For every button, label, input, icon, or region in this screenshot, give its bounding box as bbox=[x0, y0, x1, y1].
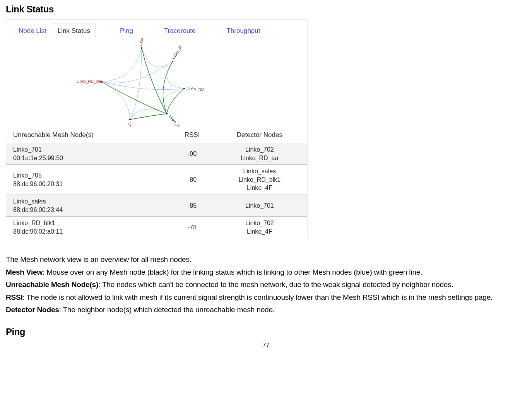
text-rssi: : The node is not allowed to link with m… bbox=[23, 293, 493, 301]
diagram-label-upper-right: Linko_4F bbox=[171, 44, 183, 60]
diagram-label-right: Linko_702 bbox=[186, 86, 205, 92]
unreachable-table: Unreachable Mesh Node(s) RSSI Detector N… bbox=[6, 127, 307, 238]
cell-node: Linko_70100:1a:1e:25:99:50 bbox=[6, 143, 172, 165]
text-unreachable: : The nodes which can't be connected to … bbox=[98, 280, 453, 289]
table-header-row: Unreachable Mesh Node(s) RSSI Detector N… bbox=[6, 127, 307, 143]
tab-ping[interactable]: Ping bbox=[115, 24, 139, 38]
mesh-diagram-svg: Linko_sales Linko_4F Linko_702 Linko_701… bbox=[76, 38, 215, 127]
cell-rssi: -80 bbox=[172, 165, 212, 195]
diagram-label-lower-right: Linko_701 bbox=[168, 114, 183, 127]
term-detector: Detector Nodes bbox=[6, 306, 59, 314]
cell-node: Linko_70588:dc:96:00:20:31 bbox=[6, 165, 172, 195]
cell-detector: Linko_702Linko_RD_aa bbox=[212, 143, 307, 165]
diagram-label-left: Linko_RD_blk1 bbox=[77, 79, 103, 84]
cell-detector: Linko_702Linko_4F bbox=[212, 217, 307, 238]
tab-bar: Node List Link Status Ping Traceroute Th… bbox=[6, 20, 307, 38]
svg-point-4 bbox=[129, 119, 131, 120]
desc-detector: Detector Nodes: The neighbor node(s) whi… bbox=[6, 304, 526, 316]
term-rssi: RSSI bbox=[6, 293, 23, 301]
tab-throughput[interactable]: Throughput bbox=[221, 24, 266, 38]
col-header-detector: Detector Nodes bbox=[212, 127, 307, 143]
tab-link-status[interactable]: Link Status bbox=[52, 24, 96, 38]
table-row: Linko_70100:1a:1e:25:99:50-90Linko_702Li… bbox=[6, 143, 307, 165]
col-header-rssi: RSSI bbox=[172, 127, 212, 143]
desc-rssi: RSSI: The node is not allowed to link wi… bbox=[6, 292, 526, 303]
term-unreachable: Unreachable Mesh Node(s) bbox=[6, 280, 98, 289]
cell-rssi: -85 bbox=[172, 195, 212, 216]
mesh-diagram: Linko_sales Linko_4F Linko_702 Linko_701… bbox=[6, 38, 307, 127]
cell-detector: Linko_701 bbox=[212, 195, 307, 216]
cell-node: Linko_sales88:dc:96:00:23:44 bbox=[6, 195, 172, 216]
col-header-node: Unreachable Mesh Node(s) bbox=[6, 127, 172, 143]
desc-intro: The Mesh network view is an overview for… bbox=[6, 254, 526, 265]
section-heading-link-status: Link Status bbox=[6, 4, 526, 15]
svg-point-1 bbox=[172, 61, 173, 62]
diagram-label-top: Linko_sales bbox=[138, 38, 147, 46]
description-block: The Mesh network view is an overview for… bbox=[6, 254, 526, 316]
text-detector: : The neighbor node(s) which detected th… bbox=[59, 306, 275, 314]
link-status-panel: Node List Link Status Ping Traceroute Th… bbox=[6, 19, 308, 238]
svg-point-2 bbox=[183, 88, 185, 89]
table-row: Linko_sales88:dc:96:00:23:44-85Linko_701 bbox=[6, 195, 307, 216]
svg-point-3 bbox=[166, 113, 168, 114]
desc-mesh-view: Mesh View: Mouse over on any Mesh node (… bbox=[6, 267, 526, 278]
desc-unreachable: Unreachable Mesh Node(s): The nodes whic… bbox=[6, 279, 526, 290]
tab-node-list[interactable]: Node List bbox=[13, 24, 52, 38]
table-row: Linko_RD_blk188:dc:96:02:a0:11-78Linko_7… bbox=[6, 217, 307, 238]
term-mesh-view: Mesh View bbox=[6, 268, 43, 276]
table-row: Linko_70588:dc:96:00:20:31-80Linko_sales… bbox=[6, 165, 307, 195]
cell-rssi: -78 bbox=[172, 217, 212, 238]
svg-point-0 bbox=[141, 47, 142, 49]
diagram-label-bottom: Linko_705 bbox=[127, 122, 135, 127]
page-number: 77 bbox=[6, 342, 526, 349]
cell-node: Linko_RD_blk188:dc:96:02:a0:11 bbox=[6, 217, 172, 238]
cell-detector: Linko_salesLinko_RD_blk1Linko_4F bbox=[212, 165, 307, 195]
tab-traceroute[interactable]: Traceroute bbox=[159, 24, 201, 38]
text-mesh-view: : Mouse over on any Mesh node (black) fo… bbox=[43, 268, 422, 276]
section-heading-ping: Ping bbox=[6, 326, 526, 337]
cell-rssi: -90 bbox=[172, 143, 212, 165]
